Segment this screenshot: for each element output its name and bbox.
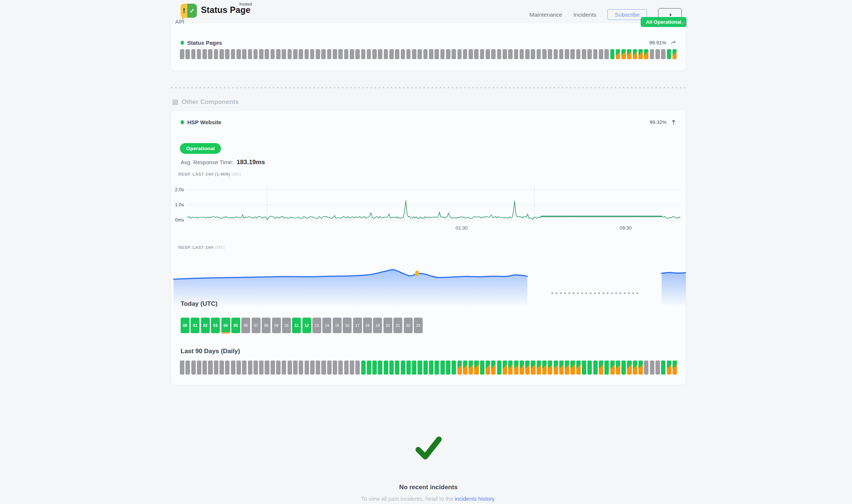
uptime-bar[interactable] bbox=[565, 49, 569, 59]
nav-incidents[interactable]: Incidents bbox=[573, 11, 596, 18]
hour-block-11[interactable]: 11 bbox=[292, 318, 301, 333]
uptime-bar[interactable] bbox=[321, 49, 326, 59]
uptime-bar[interactable] bbox=[254, 49, 258, 59]
hour-block-21[interactable]: 21 bbox=[393, 318, 402, 333]
uptime-bar[interactable] bbox=[316, 49, 320, 59]
uptime-bar[interactable] bbox=[644, 49, 648, 59]
daily-uptime-bar[interactable] bbox=[570, 361, 575, 375]
daily-uptime-bar[interactable] bbox=[655, 361, 660, 375]
uptime-bar[interactable] bbox=[333, 49, 337, 59]
hour-block-17[interactable]: 17 bbox=[353, 318, 362, 333]
daily-uptime-bar[interactable] bbox=[321, 361, 326, 375]
uptime-bar[interactable] bbox=[429, 49, 433, 59]
uptime-bar[interactable] bbox=[503, 49, 507, 59]
uptime-bar[interactable] bbox=[537, 49, 541, 59]
uptime-bar[interactable] bbox=[288, 49, 292, 59]
hour-block-03[interactable]: 03 bbox=[211, 318, 220, 333]
daily-uptime-bar[interactable] bbox=[469, 361, 473, 375]
daily-uptime-bar[interactable] bbox=[491, 361, 496, 375]
uptime-bar[interactable] bbox=[344, 49, 349, 59]
hour-block-02[interactable]: 02 bbox=[201, 318, 210, 333]
daily-uptime-bar[interactable] bbox=[457, 361, 462, 375]
uptime-bar[interactable] bbox=[497, 49, 502, 59]
daily-uptime-bar[interactable] bbox=[355, 361, 360, 375]
daily-uptime-bar[interactable] bbox=[525, 361, 530, 375]
hour-block-15[interactable]: 15 bbox=[333, 318, 342, 333]
hour-block-10[interactable]: 10 bbox=[282, 318, 291, 333]
hour-block-13[interactable]: 13 bbox=[312, 318, 321, 333]
uptime-bar[interactable] bbox=[650, 49, 654, 59]
hour-block-18[interactable]: 18 bbox=[363, 318, 372, 333]
daily-uptime-bar[interactable] bbox=[480, 361, 484, 375]
uptime-bar[interactable] bbox=[542, 49, 547, 59]
uptime-bar[interactable] bbox=[435, 49, 439, 59]
daily-uptime-bar[interactable] bbox=[361, 361, 366, 375]
daily-uptime-bar[interactable] bbox=[650, 361, 654, 375]
uptime-bar[interactable] bbox=[633, 49, 637, 59]
daily-uptime-bar[interactable] bbox=[497, 361, 502, 375]
hour-block-20[interactable]: 20 bbox=[383, 318, 392, 333]
daily-uptime-bar[interactable] bbox=[412, 361, 416, 375]
uptime-bar[interactable] bbox=[520, 49, 524, 59]
daily-uptime-bar[interactable] bbox=[627, 361, 631, 375]
uptime-bar[interactable] bbox=[202, 49, 207, 59]
hour-block-04[interactable]: 04 bbox=[221, 318, 230, 333]
uptime-bar[interactable] bbox=[406, 49, 411, 59]
uptime-bar[interactable] bbox=[582, 49, 586, 59]
uptime-bar[interactable] bbox=[395, 49, 399, 59]
uptime-bar[interactable] bbox=[338, 49, 343, 59]
uptime-bar[interactable] bbox=[225, 49, 229, 59]
uptime-bar[interactable] bbox=[378, 49, 382, 59]
daily-uptime-bar[interactable] bbox=[367, 361, 371, 375]
uptime-bar[interactable] bbox=[401, 49, 405, 59]
uptime-bar[interactable] bbox=[231, 49, 235, 59]
daily-uptime-bar[interactable] bbox=[259, 361, 264, 375]
hour-block-08[interactable]: 08 bbox=[262, 318, 271, 333]
uptime-bar[interactable] bbox=[559, 49, 564, 59]
daily-uptime-bar[interactable] bbox=[582, 361, 586, 375]
daily-uptime-bar[interactable] bbox=[316, 361, 320, 375]
daily-uptime-bar[interactable] bbox=[610, 361, 615, 375]
uptime-bar[interactable] bbox=[508, 49, 513, 59]
brand-logo[interactable]: ! ✓ Status Page hosted bbox=[181, 4, 251, 18]
daily-uptime-bar[interactable] bbox=[520, 361, 524, 375]
uptime-bar[interactable] bbox=[276, 49, 281, 59]
uptime-bar[interactable] bbox=[293, 49, 298, 59]
daily-uptime-bar[interactable] bbox=[219, 361, 224, 375]
daily-uptime-bar[interactable] bbox=[282, 361, 286, 375]
daily-uptime-bar[interactable] bbox=[593, 361, 598, 375]
uptime-bar[interactable] bbox=[621, 49, 626, 59]
hour-block-06[interactable]: 06 bbox=[241, 318, 250, 333]
uptime-bar[interactable] bbox=[361, 49, 366, 59]
daily-uptime-bar[interactable] bbox=[180, 361, 184, 375]
uptime-bar[interactable] bbox=[214, 49, 218, 59]
daily-uptime-bar[interactable] bbox=[288, 361, 292, 375]
daily-uptime-bar[interactable] bbox=[599, 361, 603, 375]
daily-uptime-bar[interactable] bbox=[621, 361, 626, 375]
daily-uptime-bar[interactable] bbox=[429, 361, 433, 375]
daily-uptime-bar[interactable] bbox=[389, 361, 394, 375]
daily-uptime-bar[interactable] bbox=[327, 361, 332, 375]
daily-uptime-bar[interactable] bbox=[401, 361, 405, 375]
hour-block-14[interactable]: 14 bbox=[322, 318, 331, 333]
daily-uptime-bar[interactable] bbox=[208, 361, 212, 375]
redo-refresh-icon[interactable] bbox=[671, 40, 676, 45]
daily-uptime-bar[interactable] bbox=[191, 361, 196, 375]
uptime-bar[interactable] bbox=[525, 49, 530, 59]
uptime-bar[interactable] bbox=[514, 49, 519, 59]
daily-uptime-bar[interactable] bbox=[305, 361, 309, 375]
uptime-bar[interactable] bbox=[627, 49, 631, 59]
hour-block-22[interactable]: 22 bbox=[404, 318, 413, 333]
uptime-bar[interactable] bbox=[604, 49, 609, 59]
daily-uptime-bar[interactable] bbox=[616, 361, 620, 375]
daily-uptime-bar[interactable] bbox=[378, 361, 382, 375]
daily-uptime-bar[interactable] bbox=[423, 361, 428, 375]
daily-uptime-bar[interactable] bbox=[537, 361, 541, 375]
uptime-bar[interactable] bbox=[672, 49, 677, 59]
daily-uptime-bar[interactable] bbox=[202, 361, 207, 375]
uptime-bar[interactable] bbox=[440, 49, 445, 59]
uptime-bar[interactable] bbox=[491, 49, 496, 59]
uptime-bar[interactable] bbox=[417, 49, 422, 59]
nav-maintenance[interactable]: Maintenance bbox=[529, 11, 562, 18]
daily-uptime-bar[interactable] bbox=[265, 361, 269, 375]
